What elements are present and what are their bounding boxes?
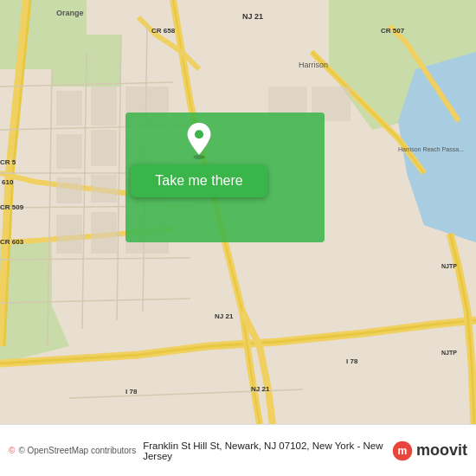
svg-rect-24 — [56, 177, 82, 203]
attribution-text: © OpenStreetMap contributors — [18, 446, 136, 455]
svg-text:CR 603: CR 603 — [0, 238, 24, 246]
svg-text:610: 610 — [2, 178, 14, 186]
svg-rect-27 — [91, 212, 117, 254]
map-background: Orange CR 658 NJ 21 CR 507 Harrison Harr… — [0, 0, 476, 424]
svg-text:NJ 21: NJ 21 — [251, 385, 270, 393]
svg-text:NJTP: NJTP — [441, 263, 457, 269]
svg-text:I 78: I 78 — [125, 388, 138, 396]
svg-rect-22 — [56, 134, 82, 169]
svg-text:I 78: I 78 — [346, 357, 358, 365]
svg-point-54 — [195, 130, 203, 138]
svg-rect-21 — [91, 87, 117, 125]
attribution: © © OpenStreetMap contributors — [9, 446, 136, 455]
map-view: Orange CR 658 NJ 21 CR 507 Harrison Harr… — [0, 0, 476, 424]
svg-text:m: m — [398, 445, 408, 457]
svg-text:NJ 21: NJ 21 — [215, 312, 234, 320]
moovit-logo: m moovit — [391, 440, 467, 462]
svg-rect-26 — [56, 215, 82, 254]
moovit-brand-icon: m — [391, 440, 414, 462]
svg-text:NJ 21: NJ 21 — [242, 12, 263, 21]
svg-text:Harrison: Harrison — [299, 61, 328, 69]
svg-rect-20 — [56, 91, 82, 125]
moovit-label: moovit — [416, 441, 467, 460]
osm-copyright-icon: © — [9, 446, 15, 455]
take-me-there-button[interactable]: Take me there — [131, 164, 267, 197]
bottom-bar: © © OpenStreetMap contributors Franklin … — [0, 424, 476, 476]
address-label: Franklin St Hill St, Newark, NJ 07102, N… — [136, 441, 391, 461]
svg-point-53 — [193, 155, 205, 159]
svg-text:CR 5: CR 5 — [0, 158, 16, 166]
svg-text:CR 509: CR 509 — [0, 203, 24, 211]
svg-text:Orange: Orange — [56, 9, 84, 17]
svg-text:CR 507: CR 507 — [381, 27, 405, 35]
button-overlay: Take me there — [113, 121, 286, 197]
svg-text:Harrison Reach Passa...: Harrison Reach Passa... — [398, 146, 464, 152]
svg-text:NJTP: NJTP — [441, 350, 457, 356]
location-pin-icon — [180, 121, 218, 159]
svg-text:CR 658: CR 658 — [151, 27, 176, 35]
